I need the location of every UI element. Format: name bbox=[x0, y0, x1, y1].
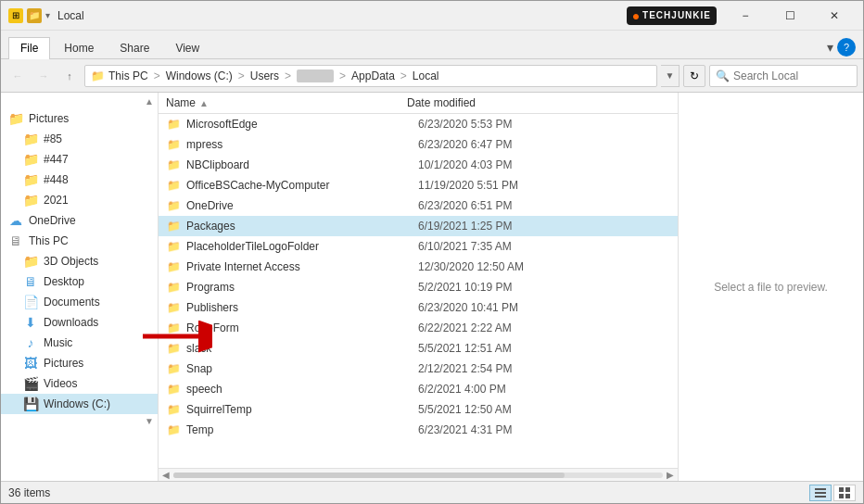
scroll-right-icon[interactable]: ▶ bbox=[667, 470, 674, 480]
file-item-publishers[interactable]: 📁 Publishers 6/23/2020 10:41 PM bbox=[159, 297, 678, 318]
address-bar-row: ← → ↑ 📁 This PC > Windows (C:) > Users >… bbox=[1, 59, 863, 93]
search-icon: 🔍 bbox=[716, 69, 730, 82]
address-dropdown-button[interactable]: ▼ bbox=[661, 65, 680, 87]
sidebar-item-label: 2021 bbox=[44, 194, 69, 207]
ribbon-collapse-icon[interactable]: ▾ bbox=[827, 40, 833, 55]
file-item-private-internet[interactable]: 📁 Private Internet Access 12/30/2020 12:… bbox=[159, 257, 678, 277]
file-date: 6/2/2021 4:00 PM bbox=[418, 383, 670, 396]
file-name: speech bbox=[186, 383, 413, 396]
back-button[interactable]: ← bbox=[6, 65, 29, 87]
downloads-icon: ⬇ bbox=[23, 315, 38, 330]
sidebar-item-2021[interactable]: 📁 2021 bbox=[1, 190, 158, 210]
file-date: 6/22/2021 2:22 AM bbox=[418, 321, 670, 334]
sidebar-item-pictures[interactable]: 🖼 Pictures bbox=[1, 353, 158, 373]
file-item-mpress[interactable]: 📁 mpress 6/23/2020 6:47 PM bbox=[159, 134, 678, 155]
sidebar-item-448[interactable]: 📁 #448 bbox=[1, 170, 158, 190]
file-name: OfficeBSCache-MyComputer bbox=[186, 179, 413, 192]
search-input[interactable] bbox=[733, 69, 851, 82]
title-bar: ⊞ 📁 ▾ Local ● TECHJUNKIE − ☐ ✕ bbox=[1, 1, 863, 31]
tab-file[interactable]: File bbox=[8, 37, 50, 59]
file-item-microsoftedge[interactable]: 📁 MicrosoftEdge 6/23/2020 5:53 PM bbox=[159, 114, 678, 134]
scroll-left-icon[interactable]: ◀ bbox=[162, 470, 170, 480]
file-date: 6/10/2021 7:35 AM bbox=[418, 240, 670, 253]
sidebar-item-label: Videos bbox=[44, 377, 77, 390]
file-item-squirreltemp[interactable]: 📁 SquirrelTemp 5/5/2021 12:50 AM bbox=[159, 399, 678, 420]
folder-icon: 📁 bbox=[166, 300, 181, 315]
address-part-thispc[interactable]: This PC bbox=[108, 69, 148, 82]
view-buttons bbox=[809, 485, 856, 501]
file-date: 10/1/2020 4:03 PM bbox=[418, 158, 670, 171]
file-item-placeholdertilelgo[interactable]: 📁 PlaceholderTileLogoFolder 6/10/2021 7:… bbox=[159, 236, 678, 257]
window-controls: − ☐ ✕ bbox=[724, 1, 856, 31]
sidebar-item-documents[interactable]: 📄 Documents bbox=[1, 292, 158, 312]
header-name[interactable]: Name ▲ bbox=[166, 96, 407, 109]
sidebar-item-downloads[interactable]: ⬇ Downloads bbox=[1, 312, 158, 333]
search-bar[interactable]: 🔍 bbox=[709, 65, 858, 87]
sidebar-item-this-pc[interactable]: 🖥 This PC bbox=[1, 231, 158, 251]
file-item-nbclipboard[interactable]: 📁 NBClipboard 10/1/2020 4:03 PM bbox=[159, 155, 678, 175]
window-title: Local bbox=[57, 9, 627, 22]
file-date: 6/23/2021 4:31 PM bbox=[418, 423, 670, 436]
sidebar-item-pictures-top[interactable]: 📁 Pictures bbox=[1, 108, 158, 129]
address-sep-5: > bbox=[400, 69, 407, 82]
sidebar-item-85[interactable]: 📁 #85 bbox=[1, 129, 158, 149]
file-list-hscroll: ◀ ▶ bbox=[159, 468, 678, 481]
header-date[interactable]: Date modified bbox=[407, 96, 670, 109]
address-bar[interactable]: 📁 This PC > Windows (C:) > Users > > App… bbox=[84, 65, 657, 87]
address-part-users[interactable]: Users bbox=[250, 69, 279, 82]
file-item-programs[interactable]: 📁 Programs 5/2/2021 10:19 PM bbox=[159, 277, 678, 297]
tab-view[interactable]: View bbox=[163, 37, 211, 58]
file-name: MicrosoftEdge bbox=[186, 118, 413, 131]
forward-button[interactable]: → bbox=[32, 65, 55, 87]
help-button[interactable]: ? bbox=[837, 38, 856, 57]
folder-icon: 📁 bbox=[166, 239, 181, 254]
file-name: Temp bbox=[186, 423, 413, 436]
address-part-user[interactable] bbox=[297, 69, 334, 82]
sidebar-item-447[interactable]: 📁 #447 bbox=[1, 149, 158, 170]
video-icon: 🎬 bbox=[23, 376, 38, 391]
status-count: 36 items bbox=[8, 486, 50, 499]
close-button[interactable]: ✕ bbox=[813, 1, 856, 31]
folder-icon: 📁 bbox=[23, 132, 38, 146]
up-button[interactable]: ↑ bbox=[58, 65, 81, 87]
sidebar-item-label: #447 bbox=[44, 153, 69, 166]
file-name: PlaceholderTileLogoFolder bbox=[186, 240, 413, 253]
file-date: 5/5/2021 12:51 AM bbox=[418, 342, 670, 355]
ribbon: File Home Share View ▾ ? bbox=[1, 31, 863, 59]
sidebar-item-onedrive[interactable]: ☁ OneDrive bbox=[1, 210, 158, 231]
file-item-slack[interactable]: 📁 slack 5/5/2021 12:51 AM bbox=[159, 338, 678, 359]
address-part-local[interactable]: Local bbox=[413, 69, 439, 82]
hscroll-track[interactable] bbox=[173, 472, 663, 478]
address-part-appdata[interactable]: AppData bbox=[351, 69, 395, 82]
techjunkie-badge: ● TECHJUNKIE bbox=[627, 6, 717, 25]
file-item-temp[interactable]: 📁 Temp 6/23/2021 4:31 PM bbox=[159, 420, 678, 440]
sidebar-item-videos[interactable]: 🎬 Videos bbox=[1, 373, 158, 394]
address-sep-3: > bbox=[285, 69, 291, 82]
file-item-packages[interactable]: 📁 Packages 6/19/2021 1:25 PM bbox=[159, 216, 678, 236]
view-tiles-button[interactable] bbox=[833, 485, 856, 501]
file-item-speech[interactable]: 📁 speech 6/2/2021 4:00 PM bbox=[159, 379, 678, 399]
address-part-windows[interactable]: Windows (C:) bbox=[166, 69, 233, 82]
file-list-header: Name ▲ Date modified bbox=[159, 93, 678, 114]
file-item-officebscache[interactable]: 📁 OfficeBSCache-MyComputer 11/19/2020 5:… bbox=[159, 175, 678, 195]
sidebar-scroll-up-icon[interactable]: ▲ bbox=[145, 96, 154, 107]
sidebar-item-music[interactable]: ♪ Music bbox=[1, 333, 158, 353]
sidebar-item-windows-c[interactable]: 💾 Windows (C:) bbox=[1, 394, 158, 414]
tab-share[interactable]: Share bbox=[108, 37, 161, 58]
title-dropdown-arrow: ▾ bbox=[45, 10, 50, 20]
sidebar-item-3d-objects[interactable]: 📁 3D Objects bbox=[1, 251, 158, 271]
file-item-onedrive[interactable]: 📁 OneDrive 6/23/2020 6:51 PM bbox=[159, 195, 678, 216]
tab-home[interactable]: Home bbox=[52, 37, 106, 58]
file-item-snap[interactable]: 📁 Snap 2/12/2021 2:54 PM bbox=[159, 359, 678, 379]
sidebar-item-desktop[interactable]: 🖥 Desktop bbox=[1, 271, 158, 292]
view-details-button[interactable] bbox=[809, 485, 832, 501]
folder-icon: 📁 bbox=[166, 158, 181, 172]
folder-icon: 📁 bbox=[166, 219, 181, 233]
refresh-button[interactable]: ↻ bbox=[683, 65, 705, 87]
file-item-roboform[interactable]: 📁 RoboForm 6/22/2021 2:22 AM bbox=[159, 318, 678, 338]
pictures-icon: 🖼 bbox=[23, 356, 38, 371]
svg-rect-4 bbox=[839, 487, 844, 492]
minimize-button[interactable]: − bbox=[724, 1, 767, 31]
maximize-button[interactable]: ☐ bbox=[769, 1, 811, 31]
sidebar-scroll-down-icon[interactable]: ▼ bbox=[145, 416, 154, 426]
